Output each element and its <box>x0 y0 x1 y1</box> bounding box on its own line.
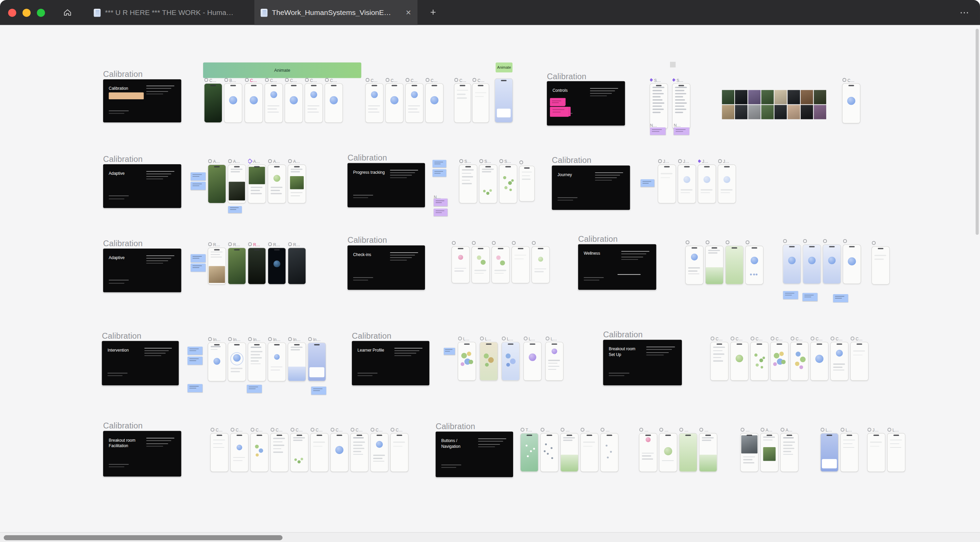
slide-frame[interactable]: Adaptive <box>103 249 181 292</box>
slide-frame[interactable]: Calibration <box>103 79 181 122</box>
sticky-note[interactable] <box>191 173 205 181</box>
phone-frame[interactable] <box>208 248 226 284</box>
section-label[interactable]: Calibration <box>103 239 143 248</box>
section-label[interactable]: Calibration <box>102 331 141 340</box>
phone-frame[interactable] <box>640 434 657 472</box>
phone-frame[interactable] <box>205 84 222 122</box>
phone-frame[interactable] <box>325 84 342 122</box>
sticky-note[interactable] <box>191 263 205 272</box>
phone-frame[interactable] <box>746 246 763 284</box>
slide-frame[interactable]: Check-ins <box>347 246 425 290</box>
sticky-note[interactable] <box>674 127 689 135</box>
frame-label[interactable]: S… <box>672 78 706 82</box>
section-label[interactable]: Calibration <box>552 155 592 165</box>
animate-chip[interactable]: Animate <box>496 63 513 73</box>
phone-frame[interactable] <box>268 165 285 203</box>
frame-label[interactable]: L… <box>888 427 921 432</box>
phone-frame[interactable] <box>458 342 476 380</box>
frame-label[interactable]: C… <box>843 78 876 82</box>
slide-frame[interactable]: Progress tracking <box>347 163 425 207</box>
photo-thumbnail[interactable] <box>814 90 826 104</box>
frame-label[interactable]: A… <box>781 427 814 432</box>
phone-frame[interactable] <box>771 342 788 380</box>
photo-thumbnail[interactable] <box>748 105 761 119</box>
photo-thumbnail[interactable] <box>775 105 787 119</box>
sticky-note[interactable] <box>247 385 262 393</box>
phone-frame[interactable] <box>867 434 885 472</box>
phone-frame[interactable] <box>248 343 266 381</box>
phone-frame[interactable] <box>843 245 861 284</box>
photo-thumbnail[interactable] <box>775 90 787 104</box>
photo-thumbnail[interactable] <box>735 90 748 104</box>
section-label[interactable]: Calibration <box>103 69 143 79</box>
phone-frame[interactable] <box>350 434 368 472</box>
phone-frame[interactable] <box>308 343 326 381</box>
canvas-object[interactable] <box>670 62 676 68</box>
photo-thumbnail[interactable] <box>788 90 800 104</box>
frame-label[interactable]: A… <box>288 159 322 164</box>
phone-frame[interactable] <box>581 434 598 472</box>
section-label[interactable]: Calibration <box>436 422 475 431</box>
photo-thumbnail[interactable] <box>748 90 761 104</box>
frame-label[interactable]: … <box>601 427 634 432</box>
phone-frame[interactable] <box>686 246 703 284</box>
slide-frame[interactable]: Wellness <box>578 244 656 290</box>
phone-frame[interactable] <box>500 165 517 203</box>
phone-frame[interactable] <box>211 434 228 472</box>
sticky-note[interactable] <box>550 107 569 117</box>
phone-frame[interactable] <box>888 434 905 472</box>
phone-frame[interactable] <box>843 84 860 123</box>
phone-frame[interactable] <box>270 434 288 472</box>
minimize-window-button[interactable] <box>22 8 30 17</box>
close-window-button[interactable] <box>8 8 16 17</box>
phone-frame[interactable] <box>650 84 667 128</box>
phone-frame[interactable] <box>706 246 723 284</box>
phone-frame[interactable] <box>711 342 728 380</box>
phone-frame[interactable] <box>305 84 322 122</box>
frame-label[interactable] <box>746 240 779 245</box>
phone-frame[interactable] <box>872 247 889 284</box>
phone-frame[interactable] <box>725 246 743 284</box>
phone-frame[interactable] <box>208 165 226 203</box>
slide-frame[interactable]: Learner Profile <box>352 341 430 385</box>
phone-frame[interactable] <box>228 248 245 284</box>
tab-ur-here-the-work[interactable]: *** U R HERE *** THE WORK - Huma… <box>88 0 254 25</box>
section-label[interactable]: Calibration <box>603 330 643 339</box>
frame-label[interactable] <box>519 160 550 165</box>
frame-label[interactable]: N… <box>674 122 698 127</box>
phone-frame[interactable] <box>601 434 618 472</box>
section-label[interactable]: Calibration <box>578 234 617 244</box>
photo-thumbnail[interactable] <box>761 90 774 104</box>
phone-frame[interactable] <box>561 434 578 472</box>
phone-frame[interactable] <box>781 434 798 472</box>
phone-frame[interactable] <box>268 343 285 381</box>
frame-label[interactable]: L… <box>546 336 579 341</box>
phone-frame[interactable] <box>479 165 497 203</box>
phone-frame[interactable] <box>751 342 768 380</box>
phone-frame[interactable] <box>840 434 858 472</box>
frame-label[interactable]: … <box>699 427 733 432</box>
phone-frame[interactable] <box>288 248 305 284</box>
phone-frame[interactable] <box>371 434 388 472</box>
phone-frame[interactable] <box>492 247 509 283</box>
phone-frame[interactable] <box>823 245 840 284</box>
phone-frame[interactable] <box>406 84 423 122</box>
home-button[interactable] <box>59 5 76 21</box>
sticky-note[interactable] <box>434 208 447 216</box>
phone-frame[interactable] <box>699 434 717 472</box>
phone-frame[interactable] <box>495 79 512 122</box>
phone-frame[interactable] <box>546 342 563 380</box>
sticky-note[interactable] <box>433 170 446 177</box>
sticky-note[interactable] <box>650 127 666 135</box>
phone-frame[interactable] <box>760 434 778 472</box>
phone-frame[interactable] <box>311 434 328 472</box>
phone-frame[interactable] <box>385 84 403 122</box>
phone-frame[interactable] <box>512 247 529 283</box>
phone-frame[interactable] <box>532 247 549 283</box>
phone-frame[interactable] <box>268 248 285 284</box>
phone-frame[interactable] <box>224 84 242 122</box>
phone-frame[interactable] <box>426 84 443 122</box>
sticky-note[interactable] <box>311 387 326 395</box>
section-label[interactable]: Calibration <box>103 421 143 431</box>
sticky-note[interactable] <box>191 182 205 190</box>
